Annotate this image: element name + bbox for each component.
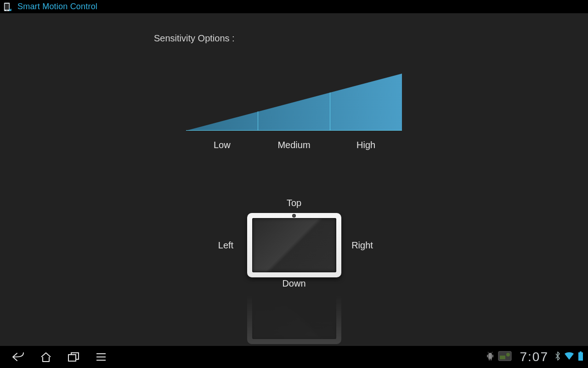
svg-point-2: [6, 10, 7, 11]
svg-rect-14: [489, 359, 490, 361]
title-bar: Smart Motion Control: [0, 0, 588, 14]
svg-rect-1: [5, 4, 9, 10]
direction-right[interactable]: Right: [351, 240, 373, 251]
clock: 7:07: [520, 350, 549, 364]
system-bar: 7:07: [0, 346, 588, 368]
bluetooth-icon: [555, 351, 560, 362]
sensitivity-wedge[interactable]: [186, 74, 402, 132]
direction-down[interactable]: Down: [0, 278, 588, 289]
content-area: Sensitivity Options : Low Medium High To…: [0, 14, 588, 346]
tablet-screen-icon: [252, 218, 336, 272]
svg-marker-3: [186, 74, 402, 131]
tablet-icon: [247, 213, 341, 277]
recent-apps-button[interactable]: [60, 346, 87, 368]
svg-rect-19: [500, 356, 505, 359]
direction-cluster: Top Left Right Down: [0, 198, 588, 344]
app-icon: [3, 2, 12, 12]
level-low[interactable]: Low: [186, 140, 258, 150]
svg-point-20: [506, 353, 510, 356]
svg-rect-12: [487, 355, 488, 357]
section-heading: Sensitivity Options :: [154, 33, 235, 44]
tablet-camera-icon: [293, 214, 295, 217]
level-medium[interactable]: Medium: [258, 140, 330, 150]
svg-rect-22: [578, 352, 583, 361]
android-icon: [486, 351, 494, 362]
svg-rect-15: [491, 359, 492, 361]
wifi-icon: [564, 352, 574, 362]
tablet-reflection: [247, 289, 341, 344]
svg-line-16: [488, 352, 489, 353]
back-button[interactable]: [5, 346, 32, 368]
direction-top[interactable]: Top: [0, 198, 588, 208]
menu-button[interactable]: [87, 346, 115, 368]
svg-rect-7: [68, 355, 76, 361]
home-button[interactable]: [32, 346, 60, 368]
svg-rect-11: [488, 355, 492, 359]
battery-icon: [578, 351, 583, 362]
app-title: Smart Motion Control: [17, 2, 97, 12]
level-high[interactable]: High: [330, 140, 402, 150]
svg-rect-21: [580, 351, 582, 352]
svg-line-17: [492, 352, 492, 353]
notification-icon: [498, 351, 512, 363]
status-icons[interactable]: 7:07: [486, 350, 584, 364]
direction-left[interactable]: Left: [215, 240, 237, 251]
sensitivity-labels: Low Medium High: [186, 140, 402, 150]
svg-rect-13: [492, 355, 493, 357]
